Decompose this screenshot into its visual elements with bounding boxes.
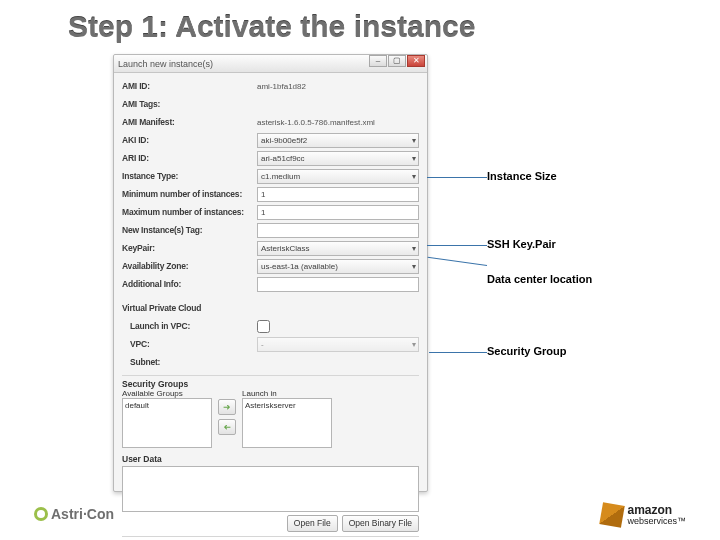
aki-id-label: AKI ID: — [122, 135, 257, 145]
user-data-textarea[interactable] — [122, 466, 419, 512]
ari-id-label: ARI ID: — [122, 153, 257, 163]
callout-dc-location: Data center location — [487, 273, 592, 285]
launch-in-vpc-label: Launch in VPC: — [122, 321, 257, 331]
ami-tags-label: AMI Tags: — [122, 99, 257, 109]
new-instance-tag-label: New Instance(s) Tag: — [122, 225, 257, 235]
security-groups-heading: Security Groups — [122, 379, 419, 389]
subnet-label: Subnet: — [122, 357, 257, 367]
ami-manifest-label: AMI Manifest: — [122, 117, 257, 127]
dialog-titlebar[interactable]: Launch new instance(s) – ▢ ✕ — [114, 55, 427, 73]
new-instance-tag-input[interactable] — [257, 223, 419, 238]
instance-type-label: Instance Type: — [122, 171, 257, 181]
callout-instance-size: Instance Size — [487, 170, 557, 182]
launch-in-vpc-checkbox[interactable] — [257, 320, 270, 333]
instance-type-select[interactable]: c1.medium — [257, 169, 419, 184]
open-file-button[interactable]: Open File — [287, 515, 338, 532]
open-binary-file-button[interactable]: Open Binary File — [342, 515, 419, 532]
aki-id-select[interactable]: aki-9b00e5f2 — [257, 133, 419, 148]
astricon-logo: Astri·Con — [34, 506, 114, 522]
minimize-icon[interactable]: – — [369, 55, 387, 67]
move-left-button[interactable]: ➜ — [218, 419, 236, 435]
astricon-icon — [34, 507, 48, 521]
launch-instance-dialog: Launch new instance(s) – ▢ ✕ AMI ID:ami-… — [113, 54, 428, 492]
vpc-label: VPC: — [122, 339, 257, 349]
availability-zone-select[interactable]: us-east-1a (available) — [257, 259, 419, 274]
dialog-title: Launch new instance(s) — [118, 59, 213, 69]
ami-id-value: ami-1bfa1d82 — [257, 82, 419, 91]
min-instances-label: Minimum number of instances: — [122, 189, 257, 199]
close-icon[interactable]: ✕ — [407, 55, 425, 67]
move-right-button[interactable]: ➜ — [218, 399, 236, 415]
launch-in-label: Launch in — [242, 389, 332, 398]
availability-zone-label: Availability Zone: — [122, 261, 257, 271]
arrow-right-icon: ➜ — [223, 402, 231, 412]
arrow-left-icon: ➜ — [223, 422, 231, 432]
user-data-label: User Data — [122, 454, 419, 464]
additional-info-input[interactable] — [257, 277, 419, 292]
aws-cube-icon — [600, 502, 625, 527]
aws-logo: amazonwebservices™ — [601, 504, 686, 526]
available-groups-label: Available Groups — [122, 389, 212, 398]
max-instances-input[interactable]: 1 — [257, 205, 419, 220]
max-instances-label: Maximum number of instances: — [122, 207, 257, 217]
keypair-label: KeyPair: — [122, 243, 257, 253]
ami-manifest-value: asterisk-1.6.0.5-786.manifest.xml — [257, 118, 419, 127]
launch-in-list[interactable]: Asteriskserver — [242, 398, 332, 448]
maximize-icon[interactable]: ▢ — [388, 55, 406, 67]
vpc-select[interactable]: - — [257, 337, 419, 352]
ari-id-select[interactable]: ari-a51cf9cc — [257, 151, 419, 166]
available-groups-list[interactable]: default — [122, 398, 212, 448]
ami-id-label: AMI ID: — [122, 81, 257, 91]
min-instances-input[interactable]: 1 — [257, 187, 419, 202]
keypair-select[interactable]: AsteriskClass — [257, 241, 419, 256]
vpc-section-label: Virtual Private Cloud — [122, 303, 257, 313]
callout-security-group: Security Group — [487, 345, 566, 357]
additional-info-label: Additional Info: — [122, 279, 257, 289]
slide-title: Step 1: Activate the instance — [0, 0, 720, 48]
callout-ssh-keypair: SSH Key.Pair — [487, 238, 556, 250]
